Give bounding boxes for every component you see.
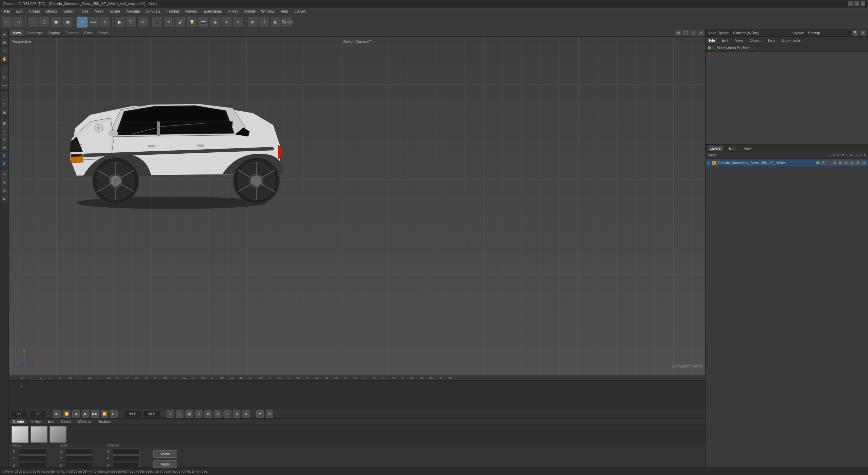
viewport-tab-options[interactable]: Options (63, 30, 81, 36)
sidebar-tool-3[interactable]: ⊠ (1, 109, 8, 116)
viewport-tab-view[interactable]: View (10, 30, 24, 36)
node-tab-bookmarks[interactable]: Bookmarks (780, 38, 803, 43)
menu-spline[interactable]: Spline (107, 8, 123, 14)
sidebar-move[interactable]: ↕ (1, 65, 8, 73)
viewport-icon-1[interactable]: ⊞ (675, 30, 682, 36)
menu-extensions[interactable]: Extensions (201, 8, 225, 14)
layer-expand-icon[interactable]: ▶ (708, 161, 710, 165)
transport-tool-1[interactable]: ⊡ (195, 410, 202, 418)
sidebar-tool-11[interactable]: ⊛ (1, 178, 8, 186)
prev-frame-button[interactable]: ⏪ (63, 410, 70, 418)
viewport-icon-4[interactable]: ✕ (698, 30, 704, 36)
sidebar-tool-2[interactable]: ⬡ (1, 100, 8, 108)
minimize-button[interactable]: ─ (848, 1, 853, 6)
menu-arnold[interactable]: Arnold (241, 8, 258, 14)
menu-render[interactable]: Render (183, 8, 200, 14)
node-tab-edit[interactable]: Edit (720, 38, 730, 43)
play-button[interactable]: ▶ (82, 410, 89, 418)
toolbar-snap[interactable]: ⊕ (247, 17, 258, 27)
layers-tab-view[interactable]: View (742, 146, 754, 151)
material-swatch-mb-susp[interactable] (50, 426, 66, 443)
p-rot-input[interactable] (113, 455, 140, 461)
b-rot-input[interactable] (113, 462, 140, 468)
toolbar-axis[interactable]: ✛ (259, 17, 270, 27)
sidebar-select-mesh[interactable]: ⊞ (1, 39, 8, 46)
toolbar-scale[interactable]: ⟺ (88, 17, 99, 27)
menu-modes[interactable]: Modes (43, 8, 60, 14)
transport-tool-6[interactable]: ◈ (242, 410, 250, 418)
transport-tool-2[interactable]: ⊠ (204, 410, 212, 418)
layer-icon-gen[interactable]: ⊕ (850, 160, 854, 165)
toolbar-rotate[interactable]: ↻ (100, 17, 111, 27)
y-scale-input[interactable] (66, 455, 93, 461)
sidebar-tool-4[interactable]: ▦ (1, 119, 8, 127)
y-pos-input[interactable] (19, 455, 46, 461)
toolbar-camera[interactable]: 📷 (198, 17, 209, 27)
timeline-playhead[interactable] (21, 386, 22, 387)
menu-file[interactable]: File (1, 8, 13, 14)
toolbar-particle[interactable]: ✦ (221, 17, 232, 27)
sidebar-select-sculpt[interactable]: 🖐 (1, 55, 8, 62)
layer-icon-eye[interactable]: 👁 (821, 160, 826, 165)
toolbar-paint[interactable]: 🖌 (175, 17, 186, 27)
toolbar-workplane[interactable]: ⊞ (270, 17, 281, 27)
play-forward-button[interactable]: ▶▶ (91, 410, 99, 418)
menu-window[interactable]: Window (258, 8, 277, 14)
menu-vray[interactable]: V-Ray (225, 8, 241, 14)
transport-tool-8[interactable]: ⊟ (266, 410, 273, 418)
menu-mesh[interactable]: Mesh (92, 8, 106, 14)
material-swatch-mb-pain[interactable] (31, 426, 47, 443)
toolbar-undo[interactable]: ↩ (1, 17, 12, 27)
menu-help[interactable]: Help (278, 8, 291, 14)
sidebar-select-model[interactable]: ◈ (1, 31, 8, 38)
bottom-tab-material[interactable]: Material (76, 419, 94, 424)
toolbar-redo[interactable]: ↪ (13, 17, 24, 27)
viewport-tab-panel[interactable]: Panel (96, 30, 111, 36)
sidebar-tool-7[interactable]: ⊕ (1, 144, 8, 151)
menu-create[interactable]: Create (26, 8, 43, 14)
viewport-tab-filter[interactable]: Filter (81, 30, 95, 36)
layers-tab-layers[interactable]: Layers (708, 146, 723, 151)
sidebar-tool-9[interactable]: S (1, 160, 8, 167)
toolbar-light[interactable]: 💡 (186, 17, 197, 27)
node-search-button[interactable]: 🔍 (852, 30, 859, 36)
bottom-tab-create[interactable]: Create (11, 419, 26, 424)
menu-simulate[interactable]: Simulate (143, 8, 163, 14)
menu-edit[interactable]: Edit (14, 8, 25, 14)
node-tab-object[interactable]: Object (748, 38, 763, 43)
frame-display-2[interactable] (143, 411, 160, 417)
viewport-icon-3[interactable]: ⤢ (690, 30, 696, 36)
toolbar-deform[interactable]: ◈ (210, 17, 220, 27)
menu-select[interactable]: Select (61, 8, 77, 14)
layers-tab-edit[interactable]: Edit (727, 146, 737, 151)
node-tab-tags[interactable]: Tags (765, 38, 777, 43)
sidebar-tool-12[interactable]: ⊝ (1, 187, 8, 194)
apply-button[interactable]: Apply (153, 460, 177, 468)
frame-display-1[interactable] (124, 411, 141, 417)
sidebar-tool-6[interactable]: ◎ (1, 135, 8, 143)
timeline-track[interactable] (9, 381, 705, 409)
sidebar-select-paint[interactable]: ✎ (1, 47, 8, 54)
layer-icon-manager[interactable]: ⊞ (832, 160, 837, 165)
bottom-tab-texture[interactable]: Texture (96, 419, 113, 424)
go-to-start-button[interactable]: ⏮ (53, 410, 61, 418)
max-frame-input[interactable] (30, 411, 47, 417)
x-scale-input[interactable] (66, 449, 93, 455)
z-scale-input[interactable] (66, 462, 93, 468)
sidebar-tool-10[interactable]: ≋ (1, 170, 8, 178)
next-frame-button[interactable]: ⏩ (101, 410, 108, 418)
close-button[interactable]: ✕ (861, 1, 865, 6)
menu-3dtoai[interactable]: 3DToAI (292, 8, 309, 14)
current-frame-input[interactable] (11, 411, 28, 417)
play-reverse-button[interactable]: ◀ (72, 410, 80, 418)
toolbar-pen[interactable]: ✎ (163, 17, 174, 27)
material-swatch-mb-whi[interactable] (12, 426, 28, 443)
bottom-tab-vray[interactable]: V-Ray (29, 419, 43, 424)
sidebar-scale[interactable]: ⟺ (1, 82, 8, 89)
go-to-end-button[interactable]: ⏭ (110, 410, 118, 418)
toolbar-cube[interactable]: ⬛ (152, 17, 163, 27)
menu-animate[interactable]: Animate (124, 8, 143, 14)
world-button[interactable]: World (153, 450, 177, 458)
toolbar-render-view[interactable]: 🎬 (126, 17, 137, 27)
node-tab-file[interactable]: File (707, 38, 717, 43)
